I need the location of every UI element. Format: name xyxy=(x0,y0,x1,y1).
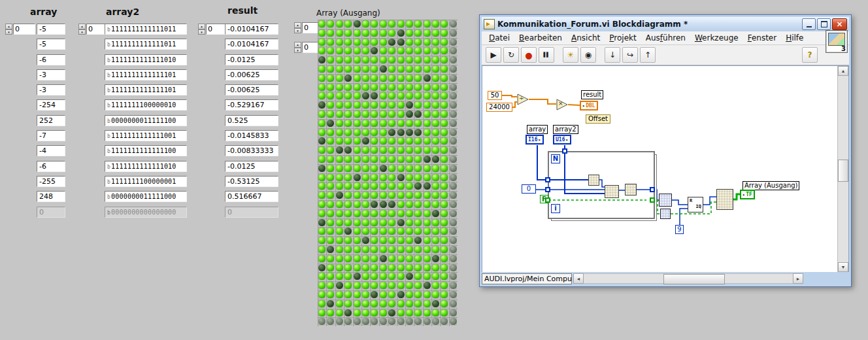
led-indicator[interactable] xyxy=(397,29,405,37)
led-indicator[interactable] xyxy=(406,300,413,307)
led-indicator[interactable] xyxy=(336,75,343,82)
led-indicator[interactable] xyxy=(441,255,448,262)
led-indicator[interactable] xyxy=(388,264,395,271)
led-indicator[interactable] xyxy=(354,20,361,27)
led-indicator[interactable] xyxy=(397,201,405,208)
led-indicator[interactable] xyxy=(318,29,326,37)
led-indicator[interactable] xyxy=(424,174,431,181)
array-terminal-label[interactable]: array xyxy=(527,125,548,134)
led-indicator[interactable] xyxy=(388,282,395,289)
led-indicator[interactable] xyxy=(344,182,352,190)
led-indicator[interactable] xyxy=(371,84,378,91)
maximize-button[interactable] xyxy=(817,18,831,30)
led-indicator[interactable] xyxy=(327,110,334,118)
led-indicator[interactable] xyxy=(388,291,395,298)
led-indicator[interactable] xyxy=(327,174,334,181)
led-indicator[interactable] xyxy=(414,309,422,316)
led-indicator[interactable] xyxy=(362,228,369,235)
led-indicator[interactable] xyxy=(336,291,343,298)
vertical-scrollbar[interactable]: ▲ ▼ xyxy=(837,66,848,272)
led-indicator[interactable] xyxy=(406,273,413,280)
led-indicator[interactable] xyxy=(388,210,395,217)
horizontal-scroll-thumb[interactable] xyxy=(663,274,725,284)
led-indicator[interactable] xyxy=(432,75,439,82)
result-terminal[interactable]: ▸ DBL xyxy=(580,101,598,110)
led-indicator[interactable] xyxy=(344,65,352,73)
array2-element[interactable]: b0000000011111000 xyxy=(105,191,187,202)
led-indicator[interactable] xyxy=(424,192,431,199)
led-indicator[interactable] xyxy=(432,174,439,181)
led-indicator[interactable] xyxy=(371,156,378,163)
led-indicator[interactable] xyxy=(424,129,431,136)
step-over-button[interactable]: ↪ xyxy=(622,47,638,63)
led-indicator[interactable] xyxy=(388,137,395,144)
led-indicator[interactable] xyxy=(406,120,413,127)
led-indicator[interactable] xyxy=(397,165,405,172)
led-indicator[interactable] xyxy=(406,309,413,316)
led-indicator[interactable] xyxy=(397,182,405,190)
led-indicator[interactable] xyxy=(441,246,448,253)
led-indicator[interactable] xyxy=(362,309,369,316)
led-indicator[interactable] xyxy=(424,318,431,325)
led-indicator[interactable] xyxy=(318,264,326,271)
led-indicator[interactable] xyxy=(380,146,387,154)
decrement-icon[interactable]: ▾ xyxy=(5,29,12,35)
led-indicator[interactable] xyxy=(344,165,352,172)
riq-conversion-node[interactable]: R IQ xyxy=(688,197,703,212)
led-indicator[interactable] xyxy=(318,101,326,109)
led-indicator[interactable] xyxy=(406,165,413,172)
menu-ausfhren[interactable]: Ausführen xyxy=(641,32,690,44)
array2-terminal-label[interactable]: array2 xyxy=(553,125,578,134)
led-indicator[interactable] xyxy=(432,291,439,298)
numeric-constant[interactable]: 24000 xyxy=(486,103,512,112)
led-indicator[interactable] xyxy=(327,228,334,235)
led-indicator[interactable] xyxy=(380,101,387,109)
led-indicator[interactable] xyxy=(336,246,343,253)
led-indicator[interactable] xyxy=(388,101,395,109)
led-indicator[interactable] xyxy=(327,137,334,144)
led-indicator[interactable] xyxy=(388,56,395,63)
led-indicator[interactable] xyxy=(441,137,448,144)
led-indicator[interactable] xyxy=(414,101,422,109)
led-indicator[interactable] xyxy=(450,146,457,154)
led-indicator[interactable] xyxy=(318,174,326,181)
led-indicator[interactable] xyxy=(388,182,395,190)
led-indicator[interactable] xyxy=(336,182,343,190)
led-indicator[interactable] xyxy=(371,318,378,325)
array2-element[interactable]: b1111111111111101 xyxy=(105,69,187,80)
led-indicator[interactable] xyxy=(318,165,326,172)
led-indicator[interactable] xyxy=(432,129,439,136)
led-indicator[interactable] xyxy=(371,47,378,54)
led-indicator[interactable] xyxy=(371,246,378,253)
led-indicator[interactable] xyxy=(406,192,413,199)
result-element[interactable]: -0.00833333 xyxy=(225,145,278,156)
numeric-constant[interactable]: 0 xyxy=(522,184,536,194)
led-indicator[interactable] xyxy=(406,65,413,73)
led-indicator[interactable] xyxy=(344,29,352,37)
led-indicator[interactable] xyxy=(336,39,343,46)
led-indicator[interactable] xyxy=(362,282,369,289)
led-indicator[interactable] xyxy=(327,65,334,73)
result-element[interactable]: -0.53125 xyxy=(225,176,278,187)
result-element[interactable]: 0.525 xyxy=(225,115,278,126)
loop-iteration-terminal[interactable]: i xyxy=(551,204,560,213)
led-indicator[interactable] xyxy=(406,29,413,37)
led-indicator[interactable] xyxy=(380,201,387,208)
led-indicator[interactable] xyxy=(406,210,413,217)
led-indicator[interactable] xyxy=(318,255,326,262)
led-indicator[interactable] xyxy=(318,219,326,226)
led-indicator[interactable] xyxy=(397,228,405,235)
led-indicator[interactable] xyxy=(397,174,405,181)
led-indicator[interactable] xyxy=(362,110,369,118)
numeric-constant[interactable]: 9 xyxy=(675,225,684,234)
led-indicator[interactable] xyxy=(388,92,395,99)
increment-icon[interactable]: ▴ xyxy=(198,24,205,29)
led-indicator[interactable] xyxy=(432,47,439,54)
array2-element[interactable]: b1111111111111100 xyxy=(105,145,187,156)
led-indicator[interactable] xyxy=(336,146,343,154)
led-indicator[interactable] xyxy=(397,92,405,99)
menu-hilfe[interactable]: Hilfe xyxy=(781,32,808,44)
led-indicator[interactable] xyxy=(336,101,343,109)
led-indicator[interactable] xyxy=(441,237,448,244)
array2-element[interactable]: b1111111100000010 xyxy=(105,99,187,110)
